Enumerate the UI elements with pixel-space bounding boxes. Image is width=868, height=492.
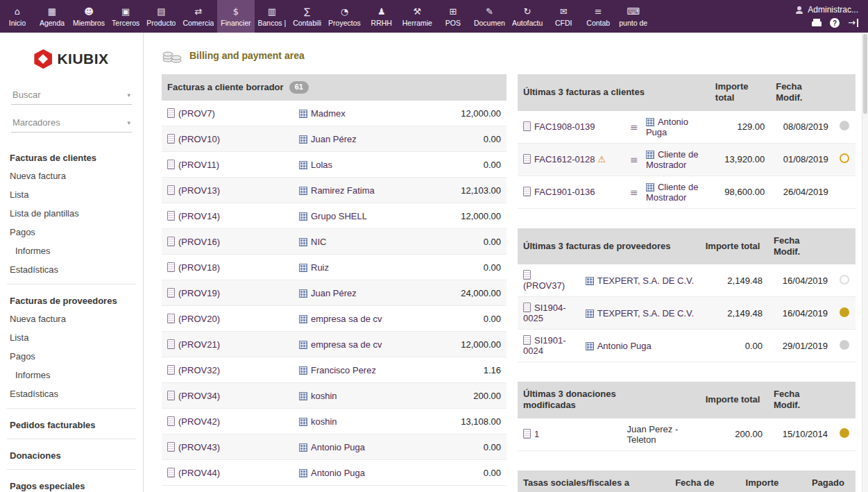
company-icon[interactable] [299, 418, 307, 426]
invoice-doc-icon[interactable] [167, 339, 175, 349]
nav-item-terceros[interactable]: ▣ Terceros [108, 0, 143, 33]
company-icon[interactable] [299, 110, 307, 118]
draft-ref-link[interactable]: (PROV11) [178, 160, 219, 170]
draft-client-link[interactable]: NIC [311, 237, 326, 247]
draft-client-link[interactable]: Lolas [311, 160, 332, 170]
invoice-doc-icon[interactable] [167, 468, 175, 477]
company-icon[interactable] [299, 161, 307, 169]
list-icon[interactable]: ≡ [630, 187, 638, 198]
nav-item-bancos[interactable]: ▥ Bancos | [255, 0, 290, 33]
logout-icon[interactable]: → [848, 19, 858, 27]
draft-ref-link[interactable]: (PROV44) [178, 468, 220, 478]
nav-item-pos[interactable]: ⊞ POS [436, 0, 470, 33]
nav-item-punto-de-venta[interactable]: ⌨ punto de [615, 0, 651, 33]
sidebar-section-facturas-clientes[interactable]: Facturas de clientes [0, 146, 143, 167]
company-icon[interactable] [646, 118, 654, 126]
nav-item-agenda[interactable]: ▦ Agenda [35, 0, 69, 33]
company-icon[interactable] [646, 151, 654, 159]
company-icon[interactable] [299, 264, 307, 272]
help-icon[interactable]: ? [830, 18, 840, 28]
invoice-doc-icon[interactable] [167, 134, 175, 144]
sidebar-section-pedidos-facturables[interactable]: Pedidos facturables [0, 414, 143, 434]
sidebar-item-lista-prov[interactable]: Lista [0, 328, 143, 347]
sidebar-item-informes-prov[interactable]: Informes [0, 366, 143, 384]
scrollbar-thumb[interactable] [863, 34, 867, 114]
sidebar-item-pagos[interactable]: Pagos [0, 223, 143, 241]
invoice-doc-icon[interactable] [167, 442, 175, 452]
company-icon[interactable] [299, 289, 307, 298]
sidebar-item-nueva-factura[interactable]: Nueva factura [0, 167, 143, 185]
nav-item-productos[interactable]: ▤ Producto [143, 0, 179, 33]
sidebar-item-informes[interactable]: Informes [0, 241, 143, 260]
invoice-doc-icon[interactable] [167, 416, 175, 426]
user-menu[interactable]: Administrac... [795, 5, 858, 15]
invoice-ref-link[interactable]: (PROV37) [523, 280, 565, 291]
draft-ref-link[interactable]: (PROV16) [178, 237, 220, 247]
draft-client-link[interactable]: empresa sa de cv [311, 339, 382, 350]
nav-item-rrhh[interactable]: ♟ RRHH [364, 0, 399, 33]
invoice-ref-link[interactable]: FAC1908-0139 [534, 121, 595, 132]
draft-ref-link[interactable]: (PROV19) [178, 288, 220, 298]
company-icon[interactable] [586, 309, 594, 318]
draft-client-link[interactable]: Madmex [311, 108, 346, 119]
draft-ref-link[interactable]: (PROV10) [178, 134, 220, 144]
draft-ref-link[interactable]: (PROV43) [178, 442, 220, 452]
nav-item-documentos[interactable]: ✎ Documen [470, 0, 509, 33]
print-icon[interactable] [812, 19, 822, 27]
nav-item-financiera-active[interactable]: $ Financier [217, 0, 254, 33]
donation-doc-icon[interactable] [523, 429, 531, 439]
search-select[interactable]: Buscar ▾ [11, 85, 132, 105]
supplier-link[interactable]: Antonio Puga [597, 341, 652, 351]
nav-item-contabilidad[interactable]: ∑ Contabili [289, 0, 325, 33]
company-icon[interactable] [586, 277, 594, 285]
invoice-doc-icon[interactable] [167, 237, 175, 246]
sidebar-item-nueva-factura-prov[interactable]: Nueva factura [0, 309, 143, 328]
sidebar-item-estadisticas[interactable]: Estadísticas [0, 260, 143, 279]
draft-ref-link[interactable]: (PROV21) [178, 339, 220, 350]
sidebar-item-pagos-prov[interactable]: Pagos [0, 347, 143, 366]
invoice-doc-icon[interactable] [523, 270, 531, 280]
supplier-link[interactable]: TEXPERT, S.A. DE C.V. [597, 275, 694, 286]
list-icon[interactable]: ≡ [630, 121, 638, 133]
sidebar-section-donaciones[interactable]: Donaciones [0, 444, 143, 464]
draft-ref-link[interactable]: (PROV34) [178, 391, 220, 401]
invoice-doc-icon[interactable] [167, 262, 175, 272]
nav-item-proyectos[interactable]: ◔ Proyectos [325, 0, 364, 33]
draft-client-link[interactable]: Ramirez Fatima [311, 185, 375, 196]
draft-client-link[interactable]: Francisco Perez [311, 365, 376, 375]
draft-ref-link[interactable]: (PROV7) [178, 108, 215, 119]
nav-item-cfdi[interactable]: ✉ CFDI [546, 0, 581, 33]
company-icon[interactable] [299, 315, 307, 323]
company-icon[interactable] [299, 135, 307, 144]
draft-ref-link[interactable]: (PROV20) [178, 314, 220, 324]
draft-ref-link[interactable]: (PROV42) [178, 416, 220, 427]
bookmarks-select[interactable]: Marcadores ▾ [11, 113, 132, 133]
list-icon[interactable]: ≡ [630, 154, 638, 165]
company-icon[interactable] [299, 187, 307, 195]
sidebar-item-estadisticas-prov[interactable]: Estadísticas [0, 384, 143, 403]
nav-item-miembros[interactable]: ☻ Miembros [69, 0, 108, 33]
draft-ref-link[interactable]: (PROV18) [178, 262, 220, 273]
company-icon[interactable] [299, 238, 307, 246]
company-icon[interactable] [299, 366, 307, 375]
draft-ref-link[interactable]: (PROV14) [178, 211, 220, 221]
invoice-doc-icon[interactable] [167, 314, 175, 323]
invoice-doc-icon[interactable] [167, 211, 175, 221]
invoice-doc-icon[interactable] [167, 185, 175, 195]
company-icon[interactable] [299, 212, 307, 221]
donation-ref-link[interactable]: 1 [534, 429, 539, 439]
sidebar-item-lista[interactable]: Lista [0, 185, 143, 204]
invoice-doc-icon[interactable] [523, 303, 531, 312]
invoice-ref-link[interactable]: FAC1901-0136 [534, 187, 595, 197]
invoice-doc-icon[interactable] [523, 187, 531, 196]
draft-client-link[interactable]: Ruiz [311, 262, 329, 273]
invoice-doc-icon[interactable] [167, 108, 175, 118]
company-icon[interactable] [299, 443, 307, 452]
draft-client-link[interactable]: Juan Pérez [311, 288, 357, 298]
nav-item-contab[interactable]: ≡ Contab [581, 0, 615, 33]
company-icon[interactable] [299, 341, 307, 349]
draft-client-link[interactable]: Grupo SHELL [311, 211, 367, 221]
company-icon[interactable] [299, 469, 307, 477]
draft-ref-link[interactable]: (PROV13) [178, 185, 220, 196]
draft-client-link[interactable]: koshin [311, 391, 337, 401]
